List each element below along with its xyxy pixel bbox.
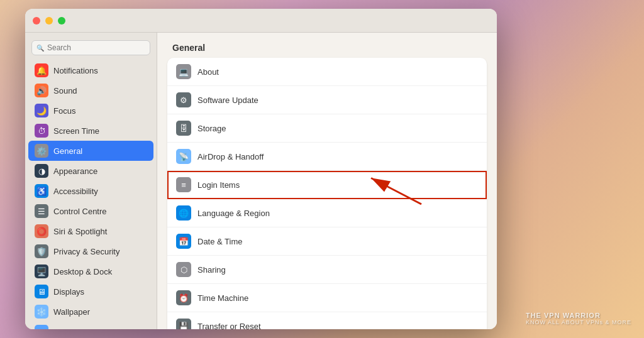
notifications-icon: 🔔 (35, 63, 48, 77)
sidebar-item-control-centre[interactable]: ☰Control Centre (28, 201, 153, 221)
accessibility-icon: ♿ (35, 184, 48, 198)
menu-item-label-transfer-reset: Transfer or Reset (197, 322, 261, 330)
general-menu-list: 💻About⚙Software Update🗄Storage📡AirDrop &… (167, 58, 487, 329)
search-input[interactable] (31, 40, 150, 55)
menu-item-label-about: About (197, 67, 219, 77)
sidebar-item-label-displays: Displays (53, 287, 84, 297)
sidebar-item-focus[interactable]: 🌙Focus (28, 101, 153, 121)
menu-item-label-login-items: Login Items (197, 180, 240, 190)
menu-item-airdrop-handoff[interactable]: 📡AirDrop & Handoff (167, 143, 487, 171)
menu-item-label-language-region: Language & Region (197, 209, 270, 218)
login-items-icon: ≡ (176, 177, 191, 192)
sidebar-item-siri-spotlight[interactable]: ⭕Siri & Spotlight (28, 221, 153, 241)
sidebar-item-label-accessibility: Accessibility (53, 187, 98, 196)
sound-icon: 🔊 (35, 84, 48, 97)
menu-item-login-items[interactable]: ≡Login Items (167, 171, 487, 199)
menu-item-transfer-reset[interactable]: 💾Transfer or Reset (167, 312, 487, 329)
sidebar-item-label-privacy-security: Privacy & Security (53, 247, 119, 256)
sidebar-item-label-control-centre: Control Centre (53, 207, 107, 216)
menu-item-software-update[interactable]: ⚙Software Update (167, 86, 487, 114)
sidebar-item-label-sound: Sound (53, 86, 77, 95)
main-panel: General 💻About⚙Software Update🗄Storage📡A… (157, 33, 497, 329)
displays-icon: 🖥 (35, 285, 48, 298)
menu-item-about[interactable]: 💻About (167, 58, 487, 86)
sidebar-item-label-notifications: Notifications (53, 66, 98, 75)
sidebar: 🔔Notifications🔊Sound🌙Focus⏱Screen Time⚙️… (25, 33, 157, 329)
focus-icon: 🌙 (35, 104, 48, 117)
general-icon: ⚙️ (35, 144, 48, 158)
sidebar-item-label-screen-time: Screen Time (53, 126, 99, 136)
sidebar-item-general[interactable]: ⚙️General (28, 141, 153, 161)
menu-item-time-machine[interactable]: ⏰Time Machine (167, 284, 487, 312)
search-wrapper (31, 40, 150, 55)
sharing-icon: ⬡ (176, 262, 191, 277)
menu-item-sharing[interactable]: ⬡Sharing (167, 256, 487, 284)
menu-item-label-time-machine: Time Machine (197, 293, 248, 303)
sidebar-item-screen-time[interactable]: ⏱Screen Time (28, 121, 153, 141)
watermark: THE VPN WARRIOR KNOW ALL ABOUT VPNs & MO… (526, 312, 631, 325)
system-settings-window: 🔔Notifications🔊Sound🌙Focus⏱Screen Time⚙️… (25, 9, 497, 329)
sidebar-items-list: 🔔Notifications🔊Sound🌙Focus⏱Screen Time⚙️… (25, 60, 157, 329)
section-title: General (167, 43, 487, 53)
language-region-icon: 🌐 (176, 205, 191, 221)
appearance-icon: ◑ (35, 164, 48, 178)
software-update-icon: ⚙ (176, 92, 191, 107)
sidebar-item-screen-saver[interactable]: 〰️Screen Saver (28, 322, 153, 329)
sidebar-item-label-general: General (53, 146, 82, 156)
sidebar-item-notifications[interactable]: 🔔Notifications (28, 60, 153, 80)
menu-item-storage[interactable]: 🗄Storage (167, 114, 487, 143)
main-panel-wrapper: General 💻About⚙Software Update🗄Storage📡A… (157, 33, 497, 329)
sidebar-item-label-desktop-dock: Desktop & Dock (53, 267, 112, 276)
transfer-reset-icon: 💾 (176, 319, 191, 329)
minimize-button[interactable] (45, 17, 53, 25)
about-icon: 💻 (176, 64, 191, 79)
sidebar-item-privacy-security[interactable]: 🛡️Privacy & Security (28, 241, 153, 261)
sidebar-item-wallpaper[interactable]: ❄️Wallpaper (28, 302, 153, 322)
time-machine-icon: ⏰ (176, 290, 191, 305)
sidebar-item-label-wallpaper: Wallpaper (53, 307, 90, 317)
close-button[interactable] (33, 17, 40, 25)
sidebar-item-label-appearance: Appearance (53, 166, 97, 176)
privacy-security-icon: 🛡️ (35, 244, 48, 258)
sidebar-item-label-siri-spotlight: Siri & Spotlight (53, 227, 107, 236)
search-container (25, 38, 157, 60)
storage-icon: 🗄 (176, 121, 191, 136)
screen-time-icon: ⏱ (35, 124, 48, 138)
siri-spotlight-icon: ⭕ (35, 224, 48, 238)
sidebar-item-label-focus: Focus (53, 106, 75, 116)
menu-item-label-sharing: Sharing (197, 265, 226, 275)
wallpaper-icon: ❄️ (35, 305, 48, 319)
date-time-icon: 📅 (176, 234, 191, 249)
menu-item-language-region[interactable]: 🌐Language & Region (167, 199, 487, 227)
menu-item-label-date-time: Date & Time (197, 237, 243, 246)
sidebar-item-desktop-dock[interactable]: 🖥️Desktop & Dock (28, 261, 153, 281)
menu-item-date-time[interactable]: 📅Date & Time (167, 227, 487, 256)
sidebar-item-sound[interactable]: 🔊Sound (28, 80, 153, 101)
sidebar-item-displays[interactable]: 🖥Displays (28, 281, 153, 302)
airdrop-handoff-icon: 📡 (176, 149, 191, 164)
titlebar (25, 9, 497, 33)
sidebar-item-appearance[interactable]: ◑Appearance (28, 161, 153, 181)
maximize-button[interactable] (58, 17, 65, 25)
menu-item-label-software-update: Software Update (197, 95, 258, 105)
sidebar-item-accessibility[interactable]: ♿Accessibility (28, 181, 153, 201)
menu-item-label-storage: Storage (197, 124, 226, 133)
sidebar-item-label-screen-saver: Screen Saver (53, 327, 103, 330)
content-area: 🔔Notifications🔊Sound🌙Focus⏱Screen Time⚙️… (25, 33, 497, 329)
menu-item-label-airdrop-handoff: AirDrop & Handoff (197, 152, 264, 161)
desktop-dock-icon: 🖥️ (35, 264, 48, 278)
control-centre-icon: ☰ (35, 204, 48, 218)
screen-saver-icon: 〰️ (35, 325, 48, 329)
